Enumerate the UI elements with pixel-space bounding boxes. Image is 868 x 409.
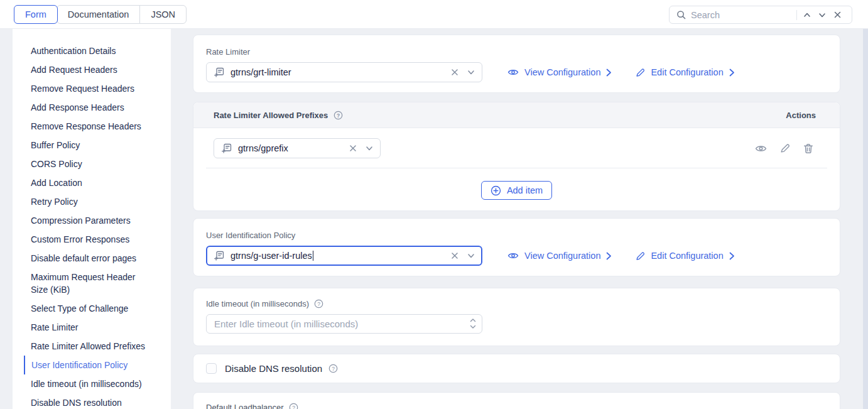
vertical-scrollbar[interactable] [863, 29, 868, 409]
sidebar-item-remove-response-headers[interactable]: Remove Response Headers [13, 117, 170, 136]
view-configuration-label: View Configuration [524, 251, 600, 261]
sidebar-item-rate-limiter[interactable]: Rate Limiter [13, 318, 170, 337]
table-row: gtrns/gprefix [206, 138, 827, 158]
svg-text:?: ? [292, 405, 295, 409]
sidebar-item-rate-limiter-allowed-prefixes[interactable]: Rate Limiter Allowed Prefixes [13, 337, 170, 356]
user-identification-card: User Identification Policy gtrns/g-user-… [193, 218, 840, 276]
reference-form-icon [214, 67, 225, 78]
rate-limiter-label: Rate Limiter [206, 47, 827, 57]
sidebar-item-retry-policy[interactable]: Retry Policy [13, 192, 170, 211]
sidebar-item-disable-dns-resolution[interactable]: Disable DNS resolution [13, 393, 170, 409]
svg-text:?: ? [317, 301, 320, 307]
add-item-button[interactable]: Add item [481, 181, 552, 200]
clear-icon[interactable] [451, 252, 458, 259]
text-cursor [313, 251, 314, 261]
user-identification-label: User Identification Policy [206, 231, 827, 240]
sidebar-item-user-identification-policy[interactable]: User Identification Policy [24, 356, 171, 374]
pencil-icon [636, 68, 645, 77]
idle-timeout-input[interactable] [206, 314, 482, 334]
rate-limiter-value: gtrns/grt-limiter [231, 67, 291, 77]
sidebar-nav: Authentication Details Add Request Heade… [13, 29, 171, 409]
reference-form-icon [221, 143, 232, 154]
number-stepper-icon[interactable] [469, 317, 477, 333]
sidebar-item-authentication-details[interactable]: Authentication Details [13, 41, 170, 60]
idle-timeout-label: Idle timeout (in milliseconds) [206, 299, 309, 308]
clear-icon[interactable] [451, 68, 458, 76]
allowed-prefixes-card: Rate Limiter Allowed Prefixes ? Actions … [193, 102, 840, 211]
row-delete-icon[interactable] [803, 143, 813, 154]
eye-icon [507, 251, 519, 260]
prefix-value: gtrns/gprefix [238, 143, 288, 153]
actions-column-header: Actions [786, 111, 816, 120]
sidebar-item-remove-request-headers[interactable]: Remove Request Headers [13, 79, 170, 98]
form-content: Rate Limiter gtrns/grt-limiter Vi [193, 0, 840, 409]
eye-icon [507, 68, 519, 77]
chevron-right-icon [606, 252, 612, 260]
help-icon[interactable]: ? [328, 364, 338, 373]
sidebar-item-buffer-policy[interactable]: Buffer Policy [13, 136, 170, 155]
rate-limiter-view-configuration-link[interactable]: View Configuration [507, 67, 612, 77]
help-icon[interactable]: ? [289, 403, 298, 409]
chevron-down-icon[interactable] [467, 68, 475, 76]
row-edit-icon[interactable] [780, 143, 790, 153]
reference-form-icon [214, 250, 225, 261]
edit-configuration-label: Edit Configuration [651, 67, 723, 77]
add-item-label: Add item [507, 185, 543, 195]
sidebar-item-add-location[interactable]: Add Location [13, 173, 170, 192]
disable-dns-label: Disable DNS resolution [225, 363, 322, 374]
chevron-down-icon[interactable] [467, 252, 475, 259]
default-loadbalancer-label: Default Loadbalancer [206, 403, 284, 409]
sidebar-item-idle-timeout[interactable]: Idle timeout (in milliseconds) [13, 374, 170, 393]
chevron-right-icon [606, 68, 612, 77]
sidebar-item-cors-policy[interactable]: CORS Policy [13, 155, 170, 173]
view-configuration-label: View Configuration [524, 67, 600, 77]
disable-dns-checkbox[interactable] [206, 363, 217, 374]
sidebar-item-add-request-headers[interactable]: Add Request Headers [13, 60, 170, 79]
clear-icon[interactable] [349, 145, 357, 152]
chevron-down-icon[interactable] [366, 145, 373, 152]
user-identification-view-configuration-link[interactable]: View Configuration [507, 251, 612, 261]
allowed-prefixes-title: Rate Limiter Allowed Prefixes [214, 111, 328, 120]
svg-text:?: ? [337, 112, 340, 118]
chevron-right-icon [729, 252, 735, 260]
svg-text:?: ? [332, 366, 335, 372]
user-identification-select[interactable]: gtrns/g-user-id-rules [206, 246, 482, 266]
sidebar-item-select-type-of-challenge[interactable]: Select Type of Challenge [13, 299, 170, 318]
sidebar-item-custom-error-responses[interactable]: Custom Error Responses [13, 230, 170, 249]
help-icon[interactable]: ? [314, 299, 323, 308]
idle-timeout-card: Idle timeout (in milliseconds) ? [193, 288, 840, 346]
edit-configuration-label: Edit Configuration [651, 251, 723, 261]
prefix-select[interactable]: gtrns/gprefix [214, 138, 381, 158]
tab-json[interactable]: JSON [139, 5, 187, 24]
sidebar-item-disable-default-error-pages[interactable]: Disable default error pages [13, 249, 170, 268]
sidebar-item-max-request-header-size[interactable]: Maximum Request Header Size (KiB) [13, 268, 154, 299]
pencil-icon [636, 251, 645, 261]
disable-dns-card: Disable DNS resolution ? [193, 354, 840, 383]
allowed-prefixes-table-header: Rate Limiter Allowed Prefixes ? Actions [193, 102, 840, 128]
plus-circle-icon [491, 185, 501, 196]
sidebar-item-compression-parameters[interactable]: Compression Parameters [13, 211, 170, 230]
chevron-right-icon [729, 68, 735, 77]
rate-limiter-edit-configuration-link[interactable]: Edit Configuration [636, 67, 734, 77]
help-icon[interactable]: ? [334, 111, 343, 120]
row-divider [206, 168, 827, 168]
rate-limiter-select[interactable]: gtrns/grt-limiter [206, 62, 482, 82]
sidebar-item-add-response-headers[interactable]: Add Response Headers [13, 98, 170, 117]
tab-documentation[interactable]: Documentation [57, 5, 141, 24]
default-loadbalancer-card: Default Loadbalancer ? [193, 392, 840, 409]
view-tabs: Form Documentation JSON [14, 5, 187, 24]
user-identification-value: gtrns/g-user-id-rules [231, 251, 312, 261]
tab-form[interactable]: Form [14, 5, 58, 24]
rate-limiter-card: Rate Limiter gtrns/grt-limiter Vi [193, 35, 840, 93]
allowed-prefixes-table-body: gtrns/gprefix [193, 128, 840, 200]
row-view-icon[interactable] [755, 144, 767, 153]
user-identification-edit-configuration-link[interactable]: Edit Configuration [636, 251, 734, 261]
